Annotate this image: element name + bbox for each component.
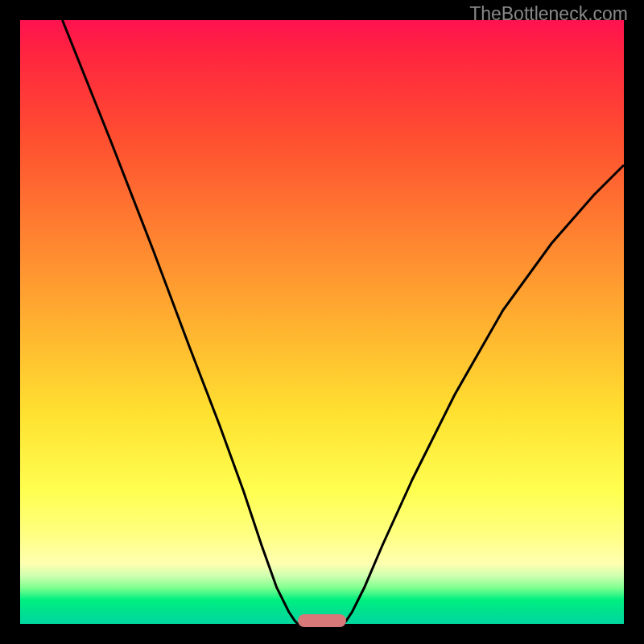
optimum-marker bbox=[298, 614, 346, 627]
chart-curves bbox=[20, 20, 624, 624]
watermark-text: TheBottleneck.com bbox=[469, 3, 628, 25]
curve-right bbox=[343, 165, 624, 624]
curve-left bbox=[63, 20, 301, 624]
chart-plot-area bbox=[20, 20, 624, 624]
